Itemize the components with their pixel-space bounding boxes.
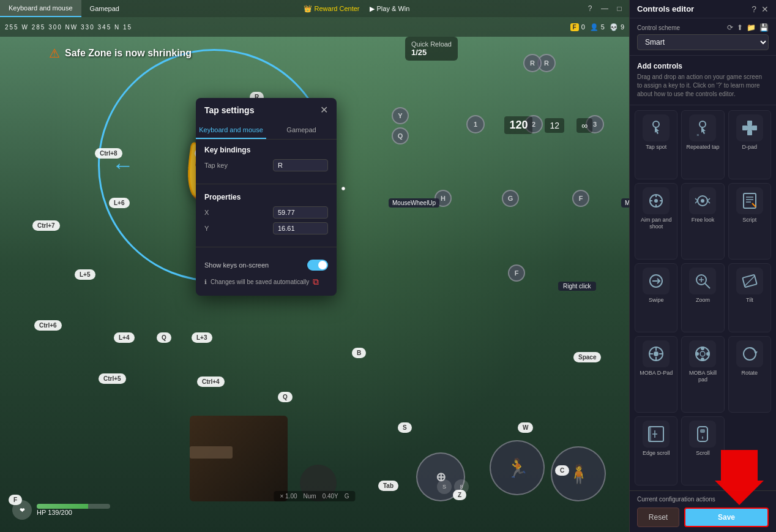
control-zoom[interactable]: Zoom — [681, 263, 724, 332]
add-controls-title: Add controls — [637, 62, 769, 70]
svg-point-38 — [706, 352, 710, 356]
key-l4-badge: L+4 — [114, 332, 135, 343]
control-aim-pan-shoot[interactable]: Aim pan and shoot — [635, 183, 677, 259]
rotate-icon — [740, 344, 759, 364]
control-free-look[interactable]: Free look — [681, 183, 724, 259]
control-moba-skill-pad[interactable]: MOBA Skill pad — [681, 336, 724, 412]
control-script[interactable]: Script — [728, 183, 771, 259]
auto-save-note: ℹ Changes will be saved automatically ⧉ — [204, 274, 328, 290]
edge-scroll-label: Edge scroll — [643, 450, 670, 457]
x-label: X — [204, 209, 209, 216]
key-l5-badge: L+5 — [75, 269, 95, 280]
copy-icon[interactable]: ⧉ — [313, 277, 319, 287]
svg-text:×: × — [696, 132, 700, 138]
y-label: Y — [204, 225, 209, 232]
tab-gamepad[interactable]: Gamepad — [81, 0, 128, 17]
cursor-dot — [341, 187, 345, 190]
coords-bar: × 1.00 Num 0.40Y G — [274, 491, 355, 501]
btn-1[interactable]: 1 — [466, 115, 485, 133]
quick-reload-count: 1/25 — [411, 48, 452, 57]
rotate-label: Rotate — [742, 370, 758, 377]
reset-button[interactable]: Reset — [637, 508, 679, 527]
tilt-icon — [740, 271, 759, 291]
control-rotate[interactable]: Rotate — [728, 336, 771, 412]
properties-title: Properties — [204, 193, 328, 201]
config-action-label: Current configuration actions — [637, 496, 715, 503]
reward-center-button[interactable]: 👑 Reward Center — [304, 5, 360, 13]
help-panel-icon[interactable]: ? — [752, 4, 756, 14]
control-tilt[interactable]: Tilt — [728, 263, 771, 332]
modal-tabs: Keyboard and mouse Gamepad — [196, 122, 337, 140]
svg-point-36 — [701, 358, 704, 361]
ammo-reserve1: 12 — [545, 118, 564, 133]
save-button[interactable]: Save — [684, 508, 769, 527]
tab-keyboard-mouse[interactable]: Keyboard and mouse — [0, 0, 81, 17]
script-label: Script — [742, 217, 756, 223]
moba-skill-pad-label: MOBA Skill pad — [684, 370, 721, 383]
help-button[interactable]: ? — [585, 4, 595, 13]
svg-point-1 — [700, 121, 706, 127]
svg-line-26 — [745, 276, 755, 286]
modal-close-button[interactable]: ✕ — [320, 104, 328, 116]
heart-icon: ❤ — [20, 507, 24, 514]
btn-y[interactable]: Y — [392, 107, 409, 124]
btn-f-mid[interactable]: F — [572, 190, 589, 207]
modal-toggle-section: Show keys on-screen ℹ Changes will be sa… — [196, 250, 337, 296]
team-score: 👤 5 — [590, 23, 605, 31]
edge-scroll-icon — [646, 424, 666, 444]
close-panel-button[interactable]: ✕ — [761, 4, 769, 14]
modal-divider-2 — [196, 247, 337, 247]
key-l3-badge: L+3 — [192, 332, 212, 343]
show-keys-toggle[interactable] — [307, 260, 328, 271]
tap-key-input[interactable] — [273, 159, 328, 171]
swipe-label: Swipe — [649, 297, 664, 304]
modal-tab-keyboard[interactable]: Keyboard and mouse — [196, 122, 266, 139]
x-scale-text: × 1.00 — [280, 493, 297, 500]
svg-rect-7 — [747, 126, 752, 130]
control-repeated-tap[interactable]: × Repeated tap — [681, 110, 724, 179]
crown-icon: 👑 — [304, 5, 312, 13]
hp-text: HP 139/200 — [37, 509, 110, 516]
quick-reload-panel: Quick Reload 1/25 — [405, 37, 458, 61]
panel-header-icons: ? ✕ — [752, 4, 769, 14]
btn-soldier-1[interactable]: 🏃 — [490, 440, 545, 495]
y-input[interactable] — [273, 222, 328, 234]
scroll-label: Scroll — [696, 450, 710, 457]
tap-spot-icon-box — [643, 114, 670, 141]
btn-f-lower[interactable]: F — [508, 264, 525, 282]
scheme-icon-3[interactable]: 📁 — [747, 23, 756, 32]
moba-skill-pad-icon — [693, 344, 712, 364]
modal-tab-gamepad[interactable]: Gamepad — [266, 122, 337, 139]
scheme-label: Control scheme — [637, 24, 680, 31]
btn-g[interactable]: G — [502, 190, 519, 207]
control-edge-scroll[interactable]: Edge scroll — [635, 416, 677, 485]
game-area: Keyboard and mouse Gamepad 👑 Reward Cent… — [0, 0, 629, 532]
aim-pan-shoot-icon-box — [643, 187, 670, 214]
scheme-select[interactable]: Smart — [637, 34, 769, 50]
scheme-icon-4[interactable]: 💾 — [759, 23, 769, 32]
x-input[interactable] — [273, 206, 328, 219]
player-score: F 0 — [570, 23, 585, 31]
maximize-button[interactable]: □ — [614, 4, 624, 13]
moba-d-pad-label: MOBA D-Pad — [640, 370, 673, 377]
control-moba-d-pad[interactable]: MOBA D-Pad — [635, 336, 677, 412]
add-controls-section: Add controls Drag and drop an action on … — [630, 56, 776, 105]
hp-bar: ❤ HP 139/200 — [12, 500, 110, 520]
d-pad-label: D-pad — [742, 144, 758, 151]
btn-855-top[interactable]: R — [523, 54, 542, 72]
scheme-icon-1[interactable]: ⟳ — [727, 23, 733, 32]
tilt-label: Tilt — [746, 297, 753, 304]
key-ctrl8-badge: Ctrl+8 — [95, 148, 122, 159]
control-tap-spot[interactable]: Tap spot — [635, 110, 677, 179]
key-w-badge: W — [518, 422, 533, 433]
play-and-win-button[interactable]: ▶ Play & Win — [370, 5, 410, 13]
minimize-button[interactable]: — — [600, 4, 610, 13]
svg-point-28 — [654, 351, 658, 356]
footer-buttons: Reset Save — [637, 508, 769, 527]
hp-icon: ❤ — [12, 500, 32, 520]
control-d-pad[interactable]: D-pad — [728, 110, 771, 179]
scheme-icon-2[interactable]: ⬆ — [737, 23, 743, 32]
down-arrow-indicator — [715, 444, 764, 508]
control-swipe[interactable]: Swipe — [635, 263, 677, 332]
btn-q-top[interactable]: Q — [392, 127, 409, 144]
